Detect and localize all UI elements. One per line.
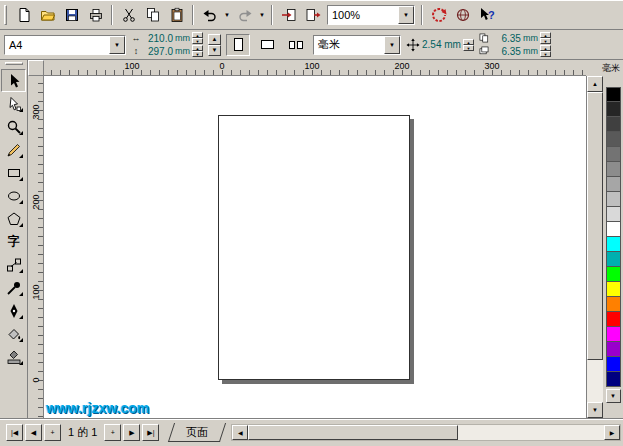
cut-button[interactable]	[117, 4, 140, 26]
toolbar-grip[interactable]	[4, 5, 7, 25]
redo-dropdown-arrow[interactable]: ▼	[257, 4, 267, 26]
paper-height-spin-down[interactable]: ▼	[192, 51, 203, 57]
color-swatch[interactable]	[606, 162, 621, 177]
paper-type-combobox[interactable]: A4 ▼	[4, 35, 126, 55]
add-page-after-button[interactable]: +	[104, 424, 121, 441]
vertical-ruler[interactable]: 300 200 100 0	[28, 76, 44, 418]
print-icon	[88, 7, 104, 23]
color-swatch[interactable]	[606, 177, 621, 192]
color-swatch[interactable]	[606, 132, 621, 147]
duplicate-y-field[interactable]: 6.35	[491, 46, 521, 57]
add-page-before-button[interactable]: +	[44, 424, 61, 441]
nudge-offset-field[interactable]: 2.54 mm	[422, 39, 461, 50]
horizontal-ruler[interactable]: 100 0 100 200 300	[44, 60, 586, 76]
drawing-canvas[interactable]: www.rjzxw.com	[44, 76, 586, 418]
paste-button[interactable]	[165, 4, 188, 26]
color-swatch[interactable]	[606, 102, 621, 117]
color-swatch[interactable]	[606, 252, 621, 267]
paper-height-field[interactable]: 297.0	[143, 46, 173, 57]
interactive-blend-tool-button[interactable]	[1, 253, 26, 276]
fill-tool-button[interactable]	[1, 322, 26, 345]
new-document-button[interactable]	[12, 4, 35, 26]
color-swatch[interactable]	[606, 327, 621, 342]
color-swatch[interactable]	[606, 267, 621, 282]
first-page-button[interactable]: |◀	[6, 424, 23, 441]
ellipse-tool-button[interactable]	[1, 184, 26, 207]
undo-button[interactable]	[198, 4, 221, 26]
color-swatch[interactable]	[606, 207, 621, 222]
undo-dropdown-arrow[interactable]: ▼	[222, 4, 232, 26]
page-tab-wrap: 页面	[171, 423, 223, 442]
interactive-fill-tool-button[interactable]	[1, 345, 26, 368]
save-button[interactable]	[60, 4, 83, 26]
color-swatch[interactable]	[606, 87, 621, 102]
print-button[interactable]	[84, 4, 107, 26]
export-button[interactable]	[301, 4, 324, 26]
document-page[interactable]	[218, 115, 410, 380]
paper-size-spin-down[interactable]: ▼	[208, 45, 221, 56]
horizontal-scrollbar: ◀ ▶	[231, 424, 621, 441]
corel-online-button[interactable]	[451, 4, 474, 26]
color-swatch[interactable]	[606, 357, 621, 372]
import-button[interactable]	[277, 4, 300, 26]
toolbox-grip[interactable]	[5, 62, 23, 65]
shape-tool-button[interactable]	[1, 92, 26, 115]
color-swatch[interactable]	[606, 117, 621, 132]
paper-width-spin-down[interactable]: ▼	[192, 38, 203, 44]
palette-more-button[interactable]: ▼	[606, 389, 621, 403]
paper-width-field[interactable]: 210.0	[143, 33, 173, 44]
previous-page-button[interactable]: ◀	[25, 424, 42, 441]
rectangle-tool-button[interactable]	[1, 161, 26, 184]
duplicate-x-icon	[479, 33, 489, 43]
scroll-down-button[interactable]: ▼	[587, 402, 603, 418]
scroll-up-button[interactable]: ▲	[587, 76, 603, 92]
paper-size-spin-up[interactable]: ▲	[208, 34, 221, 45]
duplicate-x-field[interactable]: 6.35	[491, 33, 521, 44]
ruler-origin-corner[interactable]	[28, 60, 44, 76]
units-dropdown-arrow-icon[interactable]: ▼	[384, 36, 400, 54]
redo-button[interactable]	[233, 4, 256, 26]
landscape-orientation-button[interactable]	[255, 34, 279, 56]
text-tool-button[interactable]: 字	[1, 230, 26, 253]
outline-tool-button[interactable]	[1, 299, 26, 322]
zoom-dropdown-arrow-icon[interactable]: ▼	[398, 6, 414, 24]
apply-to-all-pages-button[interactable]	[284, 34, 308, 56]
eyedropper-tool-button[interactable]	[1, 276, 26, 299]
color-swatch[interactable]	[606, 282, 621, 297]
copy-button[interactable]	[141, 4, 164, 26]
color-swatch[interactable]	[606, 342, 621, 357]
pick-tool-button[interactable]	[1, 69, 26, 92]
color-swatch[interactable]	[606, 222, 621, 237]
scroll-left-button[interactable]: ◀	[232, 425, 248, 440]
next-page-button[interactable]: ▶	[123, 424, 140, 441]
color-swatch[interactable]	[606, 297, 621, 312]
paper-height-row: ↕ 297.0 mm ▲ ▼	[131, 45, 203, 57]
duplicate-y-spin-down[interactable]: ▼	[540, 51, 551, 57]
page-tab[interactable]: 页面	[168, 423, 226, 442]
zoom-tool-button[interactable]	[1, 115, 26, 138]
color-swatch[interactable]	[606, 237, 621, 252]
vertical-scrollbar-track[interactable]	[587, 360, 603, 402]
color-swatch[interactable]	[606, 372, 621, 387]
h-ruler-label: 200	[394, 61, 409, 71]
h-ruler-label: 100	[304, 61, 319, 71]
color-swatch[interactable]	[606, 312, 621, 327]
application-launcher-button[interactable]	[427, 4, 450, 26]
portrait-orientation-button[interactable]	[226, 34, 250, 56]
open-button[interactable]	[36, 4, 59, 26]
horizontal-scrollbar-track[interactable]	[458, 425, 604, 440]
horizontal-scrollbar-thumb[interactable]	[248, 425, 458, 440]
units-combobox[interactable]: 毫米 ▼	[313, 35, 401, 55]
color-swatch[interactable]	[606, 147, 621, 162]
last-page-button[interactable]: ▶|	[142, 424, 159, 441]
duplicate-x-spin-down[interactable]: ▼	[540, 38, 551, 44]
freehand-tool-button[interactable]	[1, 138, 26, 161]
context-help-button[interactable]: ?	[475, 4, 498, 26]
color-swatch[interactable]	[606, 192, 621, 207]
vertical-scrollbar-thumb[interactable]	[587, 92, 603, 360]
paper-type-dropdown-arrow-icon[interactable]: ▼	[109, 36, 125, 54]
polygon-tool-button[interactable]	[1, 207, 26, 230]
zoom-level-combobox[interactable]: 100% ▼	[327, 5, 415, 25]
scroll-right-button[interactable]: ▶	[604, 425, 620, 440]
nudge-spin-down[interactable]: ▼	[463, 45, 474, 51]
